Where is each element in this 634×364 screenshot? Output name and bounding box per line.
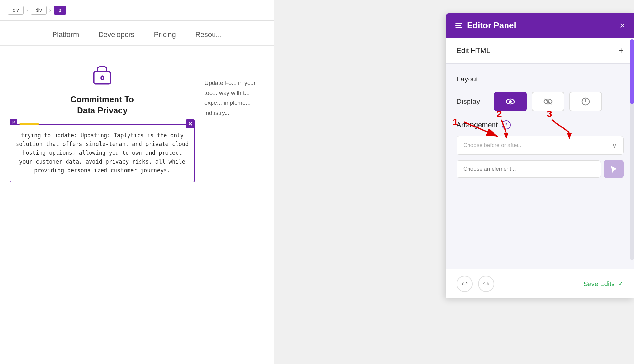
breadcrumb: div › div › p [0, 0, 274, 21]
nav-platform[interactable]: Platform [52, 30, 79, 39]
main-content: div › div › p Platform Developers Pricin… [0, 0, 274, 364]
footer-left: ↩ ↪ [457, 276, 494, 292]
panel-header-left: Editor Panel [455, 20, 516, 30]
card-content: Commitment ToData Privacy p ✕ trying to … [10, 59, 195, 190]
svg-point-4 [509, 100, 512, 103]
element-row [457, 160, 624, 178]
arrangement-header: Arrangement ? [457, 120, 624, 129]
nav-bar: Platform Developers Pricing Resou... [0, 21, 274, 46]
edit-box-wrapper: p ✕ trying to update: Updating: Taplytic… [10, 124, 195, 184]
cursor-icon [609, 165, 618, 173]
edit-underline [19, 123, 39, 125]
card-section: Commitment ToData Privacy p ✕ trying to … [0, 46, 274, 203]
edit-html-plus[interactable]: + [619, 45, 624, 55]
lock-icon [91, 62, 114, 86]
arrangement-title: Arrangement [457, 121, 498, 129]
element-add-button[interactable] [604, 160, 624, 178]
undo-icon: ↩ [462, 280, 468, 288]
display-none-button[interactable] [569, 92, 602, 111]
undo-button[interactable]: ↩ [457, 276, 473, 292]
arrangement-select[interactable]: Choose before or after... ∨ [457, 136, 624, 155]
breadcrumb-div2[interactable]: div [31, 6, 47, 15]
editor-panel: Editor Panel × Edit HTML + Layout − Disp… [446, 13, 634, 298]
save-edits-button[interactable]: Save Edits ✓ [583, 280, 624, 288]
panel-close-button[interactable]: × [620, 21, 625, 30]
nav-resources[interactable]: Resou... [195, 30, 222, 39]
redo-button[interactable]: ↪ [478, 276, 494, 292]
panel-header: Editor Panel × [446, 13, 634, 38]
arrangement-section: Arrangement ? Choose before or after... … [457, 120, 624, 178]
panel-body[interactable]: Edit HTML + Layout − Display [446, 38, 634, 269]
eye-closed-icon [543, 98, 553, 105]
element-input[interactable] [457, 160, 601, 178]
panel-footer: ↩ ↪ Save Edits ✓ [446, 269, 634, 298]
right-card-text: Update Fo... in your too... way with t..… [204, 78, 264, 118]
layout-collapse-button[interactable]: − [619, 74, 624, 84]
arrangement-select-placeholder: Choose before or after... [463, 142, 523, 149]
eye-open-icon [505, 98, 516, 105]
lock-icon-wrapper [91, 62, 114, 88]
edit-html-section: Edit HTML + [446, 38, 634, 64]
edit-textarea[interactable]: trying to update: Updating: Taplytics is… [10, 124, 195, 182]
panel-title: Editor Panel [467, 20, 516, 30]
right-card: Update Fo... in your too... way with t..… [204, 59, 264, 190]
chevron-down-icon: ∨ [612, 141, 617, 149]
layout-section-header: Layout − [457, 74, 624, 84]
layout-title: Layout [457, 75, 478, 83]
display-hidden-button[interactable] [532, 92, 564, 111]
panel-scrollbar-thumb [630, 39, 634, 104]
save-edits-label: Save Edits [583, 280, 615, 288]
edit-box-label: p [10, 119, 17, 125]
layout-section: Layout − Display [446, 66, 634, 186]
breadcrumb-arrow1: › [26, 7, 28, 13]
display-visible-button[interactable] [494, 92, 527, 111]
arrangement-help-button[interactable]: ? [502, 120, 511, 129]
edit-html-label: Edit HTML [457, 46, 490, 55]
nav-pricing[interactable]: Pricing [154, 30, 176, 39]
nav-developers[interactable]: Developers [98, 30, 134, 39]
display-none-icon [581, 97, 590, 106]
card-title: Commitment ToData Privacy [70, 94, 134, 116]
edit-box-close[interactable]: ✕ [186, 119, 195, 128]
breadcrumb-arrow2: › [49, 7, 51, 13]
edit-html-header: Edit HTML + [457, 45, 624, 55]
breadcrumb-div1[interactable]: div [8, 6, 24, 15]
save-check-icon: ✓ [618, 280, 624, 288]
hamburger-icon [455, 23, 462, 28]
display-row: Display [457, 92, 624, 111]
redo-icon: ↪ [483, 280, 489, 288]
panel-scrollbar[interactable] [630, 39, 634, 260]
breadcrumb-p[interactable]: p [54, 6, 66, 15]
left-card: Commitment ToData Privacy p ✕ trying to … [10, 59, 195, 190]
display-label: Display [457, 97, 489, 106]
